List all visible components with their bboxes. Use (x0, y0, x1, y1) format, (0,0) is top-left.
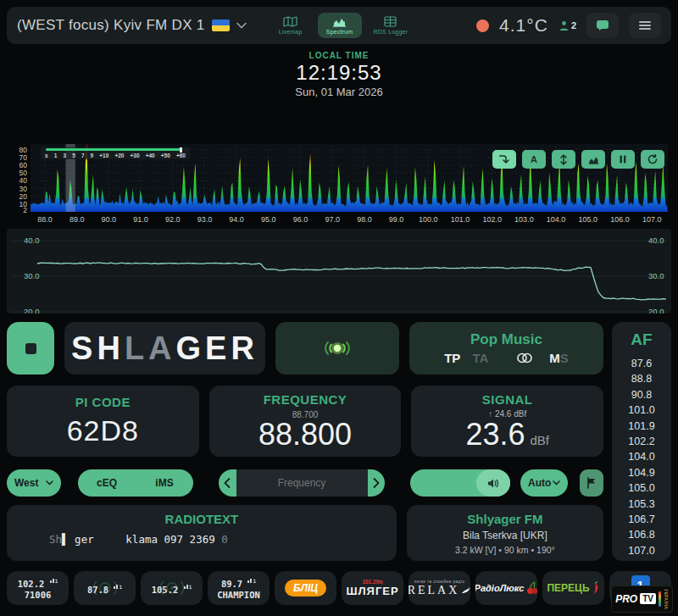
af-frequency[interactable]: 104.0 (612, 449, 671, 464)
local-date: Sun, 01 Mar 2026 (0, 86, 678, 98)
af-frequency[interactable]: 106.8 (612, 527, 671, 542)
refresh-button[interactable] (641, 150, 664, 169)
signal-value: 23.6 (465, 419, 525, 451)
chat-button[interactable] (586, 13, 619, 38)
svg-text:103.0: 103.0 (514, 215, 534, 224)
tune-down-button[interactable] (219, 469, 236, 497)
svg-text:30.0: 30.0 (24, 271, 40, 280)
af-frequency[interactable]: 90.8 (612, 387, 671, 402)
record-stop-button[interactable] (7, 322, 54, 375)
svg-text:2: 2 (23, 206, 27, 214)
table-grid-icon (384, 16, 397, 27)
preset-105-2[interactable]: 105.2 1 (141, 571, 203, 605)
graph-mode-button[interactable] (581, 150, 605, 169)
scan-slider-handle[interactable] (180, 147, 182, 153)
af-frequency[interactable]: 106.7 (612, 512, 671, 527)
svg-text:97.0: 97.0 (325, 215, 340, 224)
svg-text:101.0: 101.0 (451, 215, 470, 224)
pi-code-label: PI CODE (75, 395, 131, 409)
protv-side-text: УКРАЇНА (664, 589, 669, 609)
tuner-badge: 1 (184, 584, 192, 590)
pi-code-panel: PI CODE 62D8 (7, 386, 199, 457)
pause-button[interactable] (611, 150, 635, 169)
preset-logo-lux[interactable]: РадіоЛюкс (475, 571, 537, 605)
rainbow-stripe (659, 591, 661, 607)
svg-text:92.0: 92.0 (165, 215, 181, 224)
chart-icon (588, 155, 599, 164)
frequency-input-group (219, 469, 385, 497)
af-frequency[interactable]: 102.2 (612, 434, 671, 449)
nav-spectrum-label: Spectrum (326, 29, 353, 35)
scroll-to-signal-button[interactable] (492, 150, 516, 169)
menu-button[interactable] (629, 13, 661, 38)
svg-text:106.0: 106.0 (610, 215, 630, 224)
tune-up-button[interactable] (368, 469, 386, 497)
svg-text:104.0: 104.0 (547, 215, 566, 224)
af-frequency[interactable]: 105.0 (612, 480, 671, 496)
nav-rds-logger[interactable]: RDS Logger (367, 13, 415, 38)
af-frequency[interactable]: 105.3 (612, 497, 671, 512)
af-frequency[interactable]: 101.0 (612, 402, 671, 418)
station-details: 3.2 kW [V] • 90 km • 190° (455, 545, 555, 555)
radiotext-panel: RADIOTEXT Sh▌ ger klama 097 2369 0 (7, 505, 397, 561)
vertical-zoom-button[interactable] (552, 150, 575, 169)
preset-87-8[interactable]: 87.8 1 (74, 571, 136, 605)
report-flag-button[interactable] (580, 469, 603, 497)
station-presets: 102.2 17100687.8 1105.2 189.7 1CHAMPIONБ… (7, 571, 671, 605)
antenna-select[interactable]: West (7, 469, 61, 497)
radiotext-value: Sh▌ ger klama 097 2369 0 (49, 533, 397, 546)
nav-livemap[interactable]: Livemap (269, 13, 313, 38)
refresh-icon (647, 154, 658, 164)
frequency-panel: FREQUENCY 88.700 88.800 (209, 386, 402, 457)
status-dot (476, 19, 489, 32)
af-frequency[interactable]: 101.9 (612, 419, 671, 434)
svg-text:91.0: 91.0 (133, 215, 148, 224)
mode-value: Auto (528, 477, 551, 489)
main-panels: SHLAGER Pop Music TP TA (7, 322, 671, 561)
scan-tick: +50 (161, 153, 170, 158)
signal-history-graph: 40.040.030.030.020.020.0 (7, 229, 671, 314)
autoscale-button[interactable]: A (522, 150, 546, 169)
svg-text:20.0: 20.0 (648, 307, 664, 314)
preset-89-7[interactable]: 89.7 1CHAMPION (208, 571, 270, 605)
stereo-circles-icon (515, 352, 534, 363)
preset-102-2[interactable]: 102.2 171006 (7, 571, 69, 605)
top-bar: (WEST focus) Kyiv FM DX 1 Livemap Spectr… (7, 7, 671, 44)
frequency-input[interactable] (236, 469, 368, 497)
signal-label: SIGNAL (482, 392, 533, 407)
svg-text:99.0: 99.0 (389, 215, 404, 224)
preset-logo-relax[interactable]: легке та спокійне радіоRELAX (408, 571, 470, 605)
ims-toggle[interactable]: iMS (136, 469, 193, 497)
perets-logo: ПЕРЕЦЬ (547, 581, 599, 595)
scan-tick: +30 (131, 153, 140, 158)
pause-icon (620, 155, 626, 164)
mode-select[interactable]: Auto (520, 469, 568, 497)
af-frequency[interactable]: 88.8 (612, 371, 671, 386)
shlyager-logo: ШЛЯГЕР (346, 585, 398, 597)
preset-logo-blic[interactable]: БЛІЦ (275, 571, 336, 605)
scan-slider-track[interactable] (46, 148, 181, 151)
svg-text:40.0: 40.0 (24, 236, 40, 245)
top-nav: Livemap Spectrum RDS Logger (269, 13, 415, 38)
scan-tick: 5 (72, 153, 75, 158)
preset-logo-perets[interactable]: ПЕРЕЦЬ (542, 571, 604, 605)
eq-toggle[interactable]: cEQ (78, 469, 136, 497)
signal-unit: dBf (530, 433, 549, 447)
af-frequency[interactable]: 104.9 (612, 465, 671, 480)
svg-text:93.0: 93.0 (197, 215, 213, 224)
server-selector[interactable]: (WEST focus) Kyiv FM DX 1 (17, 17, 247, 34)
af-frequency[interactable]: 107.0 (612, 543, 671, 558)
spectrum-graph[interactable]: 8070605040302010288.089.090.091.092.093.… (7, 144, 671, 227)
scan-tick: 9 (91, 153, 94, 158)
volume-knob[interactable] (476, 469, 510, 497)
af-frequency[interactable]: 87.6 (612, 356, 671, 371)
station-info-panel[interactable]: Shlyager FM Bila Tserkva [UKR] 3.2 kW [V… (407, 505, 603, 561)
nav-spectrum[interactable]: Spectrum (318, 13, 362, 38)
scan-tick: s (45, 153, 48, 158)
scan-tick: +40 (146, 153, 155, 158)
arrows-vertical-icon (559, 154, 568, 165)
af-list: 87.688.890.8101.0101.9102.2104.0104.9105… (612, 356, 671, 558)
volume-slider[interactable] (410, 469, 510, 497)
preset-logo-shlyager[interactable]: 101.2fmШЛЯГЕР (342, 571, 403, 605)
protv-pro-text: PRO (615, 593, 637, 605)
